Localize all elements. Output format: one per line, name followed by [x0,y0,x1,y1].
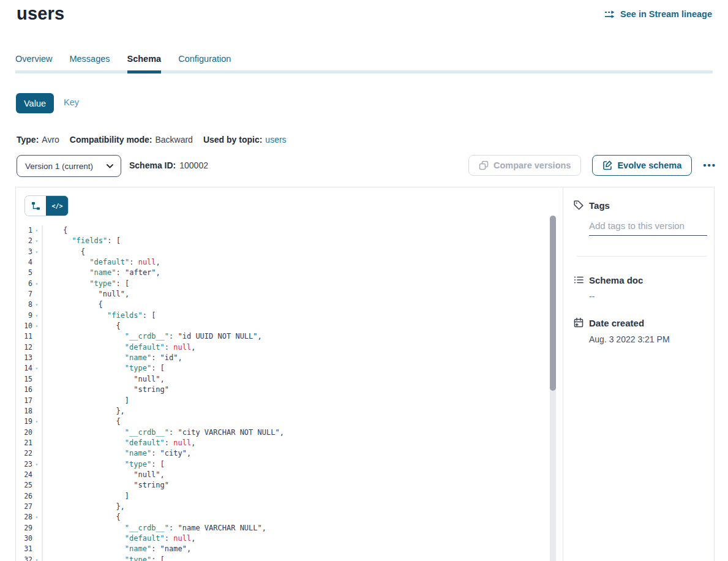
line-number: 4 [16,257,32,268]
code-line: 31"name": "name", [16,544,563,554]
code-token-p: }, [116,407,124,415]
line-number: 16 [16,385,32,395]
collapse-caret-icon[interactable]: ▾ [32,512,41,522]
schema-side-panel: Tags Schema doc -- [563,187,719,561]
code-line: 23▾"type": [ [16,459,563,470]
code-token-s: "null" [133,470,160,479]
version-select[interactable]: Version 1 (current) [17,155,121,177]
type-value: Avro [42,135,59,145]
collapse-caret-icon[interactable]: ▾ [32,555,41,561]
calendar-add-icon [573,317,584,328]
code-line-content: "null", [41,374,165,385]
code-token-k: "__crdb__" [125,524,169,532]
caret-spacer [32,544,41,554]
code-line-content: "name": "city", [41,448,191,459]
topic-link[interactable]: users [265,135,286,145]
code-line-content: "default": null, [41,438,195,448]
code-line-content: "type": [ [41,279,129,289]
code-token-p: : [ [143,311,156,320]
schema-id-label: Schema ID: [129,160,176,170]
value-toggle-button[interactable]: Value [16,93,54,113]
code-line-content: { [41,247,85,257]
collapse-caret-icon[interactable]: ▾ [32,279,41,289]
collapse-caret-icon[interactable]: ▾ [32,416,41,427]
code-token-k: "__crdb__" [125,428,169,437]
code-token-k: "default" [125,534,165,543]
line-number: 28 [16,512,32,522]
tab-schema[interactable]: Schema [127,54,162,70]
lineage-link-label: See in Stream lineage [620,9,712,19]
code-token-p: : [116,268,125,277]
code-token-p: ] [125,492,129,500]
caret-spacer [32,353,41,363]
collapse-caret-icon[interactable]: ▾ [32,459,41,470]
code-token-k: "name" [89,268,116,277]
collapse-caret-icon[interactable]: ▾ [32,321,41,331]
tab-track [15,70,713,73]
collapse-caret-icon[interactable]: ▾ [32,311,41,321]
code-token-u: null [173,534,191,543]
line-number: 19 [16,416,32,427]
code-token-s: "null" [99,290,125,298]
code-line: 7"null", [16,289,563,299]
evolve-schema-button[interactable]: Evolve schema [592,155,692,176]
tree-view-button[interactable] [25,196,47,216]
code-line-content: { [41,299,103,310]
code-token-p: { [116,417,120,426]
code-token-p: : [169,524,178,532]
caret-spacer [32,406,41,416]
code-line-content: "fields": [ [41,311,156,321]
collapse-caret-icon[interactable]: ▾ [32,225,41,236]
code-token-p: : [151,544,160,553]
code-line: 24"null", [16,470,563,480]
code-token-p: , [191,439,195,447]
code-token-p: : [151,353,160,362]
collapse-caret-icon[interactable]: ▾ [32,247,41,257]
code-token-p: { [99,300,103,309]
code-token-u: null [173,439,191,447]
collapse-caret-icon[interactable]: ▾ [32,363,41,374]
used-by-topic-label: Used by topic: [203,135,262,145]
code-token-p: : [ [151,460,165,469]
code-line: 6▾"type": [ [16,279,563,289]
code-view-button[interactable]: </> [47,196,68,216]
code-token-s: "string" [133,385,169,394]
see-in-stream-lineage-link[interactable]: See in Stream lineage [604,9,712,19]
tab-overview[interactable]: Overview [15,54,52,70]
code-token-s: "id" [160,353,178,362]
tags-input[interactable] [589,220,707,236]
line-number: 27 [16,502,32,512]
code-editor[interactable]: 1▾{2▾"fields": [3▾{4"default": null,5"na… [16,225,563,561]
schema-doc-heading-label: Schema doc [589,275,643,285]
code-scrollbar-thumb[interactable] [550,216,556,391]
caret-spacer [32,438,41,448]
code-token-s: "city" [160,449,187,457]
code-line-content: { [41,321,121,331]
code-line-content: "default": null, [41,342,195,353]
key-toggle-link[interactable]: Key [64,97,79,107]
compare-versions-button[interactable]: Compare versions [468,155,582,176]
collapse-caret-icon[interactable]: ▾ [32,299,41,310]
code-scrollbar-track[interactable] [550,216,556,561]
tab-messages[interactable]: Messages [69,54,110,70]
code-token-s: "name" [160,544,187,553]
date-created-heading-label: Date created [589,318,644,328]
code-line-content: "type": [ [41,555,165,561]
line-number: 20 [16,427,32,438]
collapse-caret-icon[interactable]: ▾ [32,236,41,246]
tab-configuration[interactable]: Configuration [178,54,231,70]
code-line-content: "name": "name", [41,544,191,554]
schema-page: users See in Stream lineage OverviewMess… [0,0,728,561]
code-line-content: "null", [41,470,165,480]
code-lines: 1▾{2▾"fields": [3▾{4"default": null,5"na… [16,225,563,561]
code-line: 20"__crdb__": "city VARCHAR NOT NULL", [16,427,563,438]
code-line-content: "__crdb__": "name VARCHAR NULL", [41,523,266,533]
caret-spacer [32,427,41,438]
code-token-s: "city VARCHAR NOT NULL" [178,428,280,437]
line-number: 3 [16,247,32,257]
line-number: 18 [16,406,32,416]
code-line: 32▾"type": [ [16,555,563,561]
more-options-button[interactable]: ••• [703,155,716,176]
compare-versions-label: Compare versions [493,160,571,170]
code-line: 27}, [16,502,563,512]
